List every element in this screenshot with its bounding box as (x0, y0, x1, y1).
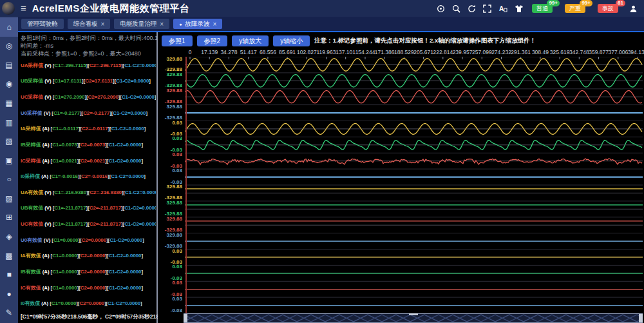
channel-c2-value: C2=-0.0016 (81, 173, 108, 179)
channel-row: IC采样值 (A) [ C1=0.0021 ][ C2=0.0021 ][ C1… (21, 153, 156, 169)
datazoom-handle-left[interactable] (184, 314, 187, 322)
main-area: ⌂◎▤◉▦▥▧▣○▨⊞◈▩■●✎ 管理驾驶舱综合看板×电能质量治理×●故障录波×… (0, 17, 644, 323)
x-axis-tick-label: 188.529 (394, 49, 414, 55)
refresh-icon[interactable] (468, 5, 476, 13)
sidebar-item-meter-grid[interactable]: ▩ (0, 246, 18, 266)
channel-c1-value: C1=-0.2177 (53, 110, 80, 116)
tab-label: 电能质量治理 (120, 20, 156, 28)
tab-管理驾驶舱[interactable]: 管理驾驶舱 (21, 19, 64, 29)
icon-sidebar: ⌂◎▤◉▦▥▧▣○▨⊞◈▩■●✎ (0, 17, 18, 323)
sidebar-item-pv-panel[interactable]: ⊞ (0, 208, 18, 228)
sidebar-item-alarm-bell[interactable]: ● (0, 284, 18, 304)
channel-diff-value: C1-C2=0.0000 (108, 253, 141, 259)
channel-label: UB有效值 (21, 204, 43, 211)
x-axis-tick-label: 257.099 (472, 49, 492, 55)
channel-row: IA采样值 (A) [ C1=-0.0117 ][ C2=-0.0117 ][ … (21, 121, 156, 137)
toolbar-button-y轴放大[interactable]: y轴放大 (232, 35, 269, 46)
toolbar-button-参照2[interactable]: 参照2 (197, 35, 228, 46)
sidebar-item-communication[interactable]: ◈ (0, 227, 18, 246)
chart-toolbar: 参照1参照2y轴放大y轴缩小注意：1.标记参照前，请先点击对应按钮！2.x轴的缩… (158, 32, 644, 49)
right-column: 管理驾驶舱综合看板×电能质量治理×●故障录波× 参照1时间：0ms，参照2时间：… (18, 17, 644, 323)
x-axis-tick-label: 239.957 (453, 49, 473, 55)
toolbar-button-参照1[interactable]: 参照1 (162, 35, 193, 46)
sidebar-item-factory[interactable]: ▥ (0, 113, 18, 132)
alarm-badge[interactable]: 严重99+ (565, 4, 585, 13)
sidebar-item-edit[interactable]: ✎ (0, 303, 18, 322)
cursor-timestamp: [C1=09时57分35秒218.506毫秒， C2=09时57分35秒218.… (21, 311, 156, 322)
channel-c1-value: C1=0.0021 (52, 158, 77, 164)
channel-label: I0采样值 (21, 173, 40, 180)
sidebar-item-lighting[interactable]: ○ (0, 170, 18, 190)
channel-diff-value: C1-C2=0.0000 (116, 78, 149, 84)
channel-row: IB采样值 (A) [ C1=0.0073 ][ C2=0.0073 ][ C1… (21, 137, 156, 153)
tab-bar: 管理驾驶舱综合看板×电能质量治理×●故障录波× (18, 17, 644, 31)
channel-label: IB有效值 (21, 268, 41, 275)
tab-close-icon[interactable]: × (160, 21, 164, 28)
toolbar-button-y轴缩小[interactable]: y轴缩小 (273, 35, 310, 46)
x-axis-tick-label: 85.691 (279, 49, 296, 55)
sidebar-item-monitor[interactable]: ▣ (0, 151, 18, 170)
channel-c1-value: C1=276.2090 (54, 94, 84, 100)
y-axis-max-label: 329.88 (158, 233, 182, 238)
font-icon[interactable]: A (498, 5, 507, 13)
channel-unit: (V) (43, 63, 53, 68)
channel-row: UC采样值 (V) [ C1=276.2090 ][ C2=276.2090 ]… (21, 89, 156, 105)
tab-电能质量治理[interactable]: 电能质量治理× (114, 19, 169, 29)
channel-unit: (A) (41, 269, 51, 275)
tab-close-icon[interactable]: × (101, 21, 105, 28)
alarm-badge[interactable]: 事故81 (598, 4, 618, 13)
y-axis-max-label: 0.03 (158, 249, 182, 254)
datazoom-center-grip[interactable] (409, 313, 418, 315)
channel-c2-value: C2=0.0021 (80, 158, 105, 164)
channel-label: I0有效值 (21, 300, 40, 307)
fullscreen-icon[interactable] (483, 5, 491, 13)
user-icon[interactable] (629, 5, 638, 13)
channel-c2-value: C2=-0.0117 (82, 126, 108, 132)
sidebar-item-alarm-light[interactable]: ◉ (0, 75, 18, 94)
channel-c1-value: C1=17.6131 (54, 78, 82, 84)
channel-c2-value: C2=0.0073 (80, 142, 105, 148)
channel-label: UA有效值 (21, 189, 43, 196)
measurement-panel: 参照1时间：0ms，参照2时间：0ms，最大时间:400.15ms 时间差：-m… (18, 32, 158, 323)
datazoom-slider[interactable] (184, 313, 643, 323)
x-axis-tick-label: 222.814 (433, 49, 453, 55)
channel-c1-value: C1=-0.0016 (52, 173, 78, 179)
sidebar-item-map[interactable]: ▧ (0, 132, 18, 151)
search-icon[interactable] (452, 5, 460, 13)
tab-综合看板[interactable]: 综合看板× (68, 19, 111, 29)
channel-diff-value: C1-C2=0.0000 (108, 285, 141, 291)
hamburger-menu-icon[interactable]: ≡ (21, 0, 26, 17)
channel-unit: (A) (40, 173, 50, 179)
datazoom-handle-right[interactable] (639, 314, 643, 322)
channel-row: IB有效值 (A) [ C1=0.0000 ][ C2=0.0000 ][ C1… (21, 264, 156, 280)
reference-time-info: 参照1时间：0ms，参照2时间：0ms，最大时间:400.15ms (21, 34, 156, 42)
y-axis-max-label: 329.88 (158, 201, 182, 206)
focus-icon[interactable] (437, 5, 445, 13)
sidebar-item-substation[interactable]: ▤ (0, 55, 18, 75)
channel-c2-value: C2=17.6131 (85, 78, 113, 84)
x-axis-tick-label: 154.244 (355, 49, 375, 55)
sidebar-item-statistics[interactable]: ▦ (0, 93, 18, 113)
channel-c2-value: C2=0.0000 (80, 269, 105, 275)
tab-label: 故障录波 (185, 20, 209, 28)
tab-故障录波[interactable]: ●故障录波× (173, 19, 222, 29)
alarm-badge[interactable]: 普通99+ (532, 4, 553, 13)
toolbar-note: 注意：1.标记参照前，请先点击对应按钮！2.x轴的缩放请操作图表下方缩放组件！ (314, 37, 536, 45)
waveform-plot[interactable] (185, 57, 643, 313)
tab-close-icon[interactable]: × (213, 21, 216, 28)
y-axis-max-label: 329.88 (158, 184, 182, 190)
time-diff-info: 时间差：-ms (21, 42, 156, 50)
channel-diff-value: C1-C2=0.0000 (108, 142, 141, 148)
channel-row: IA有效值 (A) [ C1=0.0000 ][ C2=0.0000 ][ C1… (21, 248, 156, 264)
theme-icon[interactable] (515, 5, 524, 13)
channel-c2-value: C2=-296.7115 (90, 63, 121, 68)
waveform-chart[interactable]: 329.88-329.88329.88-329.88329.88-329.883… (158, 57, 644, 313)
sidebar-item-building[interactable]: ■ (0, 265, 18, 284)
y-axis-max-label: 0.03 (158, 136, 182, 141)
sidebar-item-report[interactable]: ▨ (0, 189, 18, 208)
y-axis-max-label: 0.03 (158, 280, 182, 286)
channel-unit: (A) (41, 253, 51, 259)
channel-label: UC有效值 (21, 220, 43, 228)
sidebar-item-overview[interactable]: ◎ (0, 37, 18, 56)
sidebar-item-home[interactable]: ⌂ (0, 17, 18, 37)
